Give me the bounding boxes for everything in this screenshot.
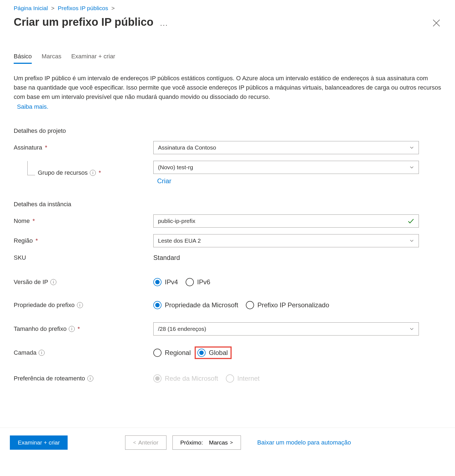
- breadcrumb: Página Inicial > Prefixos IP públicos >: [0, 0, 455, 14]
- section-project-details: Detalhes do projeto: [14, 127, 441, 134]
- info-icon[interactable]: i: [87, 375, 93, 382]
- region-dropdown[interactable]: Leste dos EUA 2: [153, 234, 419, 247]
- info-icon[interactable]: i: [90, 170, 96, 176]
- chevron-right-icon: >: [111, 5, 115, 11]
- sku-value: Standard: [153, 254, 419, 262]
- label-sku: SKU: [14, 254, 153, 261]
- label-routing-preference: Preferência de roteamento i: [14, 375, 153, 382]
- chevron-down-icon: [409, 326, 415, 332]
- close-icon[interactable]: [431, 18, 441, 28]
- radio-microsoft-owned[interactable]: Propriedade da Microsoft: [153, 301, 238, 309]
- radio-regional[interactable]: Regional: [153, 349, 191, 357]
- label-region: Região*: [14, 237, 153, 244]
- prefix-size-dropdown[interactable]: /28 (16 endereços): [153, 322, 419, 336]
- name-input[interactable]: public-ip-prefix: [153, 214, 419, 228]
- breadcrumb-parent[interactable]: Prefixos IP públicos: [58, 5, 108, 11]
- intro-text: Um prefixo IP público é um intervalo de …: [14, 74, 441, 111]
- label-prefix-ownership: Propriedade do prefixo i: [14, 302, 153, 309]
- info-icon[interactable]: i: [69, 326, 75, 332]
- routing-preference-radio-group: Rede da Microsoft Internet: [153, 374, 419, 383]
- chevron-down-icon: [409, 145, 415, 151]
- label-tier: Camada i: [14, 349, 153, 356]
- tab-tags[interactable]: Marcas: [42, 53, 61, 64]
- ip-version-radio-group: IPv4 IPv6: [153, 278, 419, 286]
- chevron-right-icon: >: [230, 440, 233, 446]
- info-icon[interactable]: i: [50, 279, 56, 285]
- label-prefix-size: Tamanho do prefixo i*: [14, 325, 153, 332]
- info-icon[interactable]: i: [77, 302, 83, 308]
- chevron-left-icon: <: [133, 440, 136, 446]
- section-instance-details: Detalhes da instância: [14, 201, 441, 208]
- footer: Examinar + criar < Anterior Próximo: Mar…: [0, 428, 455, 457]
- tier-radio-group: Regional Global: [153, 346, 419, 359]
- learn-more-link[interactable]: Saiba mais.: [17, 102, 48, 111]
- tab-review-create[interactable]: Examinar + criar: [71, 53, 115, 64]
- chevron-right-icon: >: [51, 5, 54, 11]
- breadcrumb-home[interactable]: Página Inicial: [14, 5, 48, 11]
- label-ip-version: Versão de IP i: [14, 279, 153, 286]
- checkmark-icon: [407, 217, 415, 225]
- info-icon[interactable]: i: [39, 350, 45, 356]
- radio-ipv4[interactable]: IPv4: [153, 278, 178, 286]
- label-name: Nome*: [14, 217, 153, 225]
- radio-global[interactable]: Global: [197, 349, 228, 357]
- previous-button: < Anterior: [125, 435, 166, 450]
- resource-group-dropdown[interactable]: (Novo) test-rg: [153, 161, 419, 174]
- label-resource-group: Grupo de recursos i*: [14, 169, 153, 176]
- radio-custom-prefix[interactable]: Prefixo IP Personalizado: [246, 301, 329, 309]
- tab-basic[interactable]: Básico: [14, 53, 32, 64]
- page-header: Criar um prefixo IP público ...: [0, 14, 455, 34]
- label-subscription: Assinatura*: [14, 144, 153, 151]
- page-title: Criar um prefixo IP público: [14, 16, 153, 28]
- chevron-down-icon: [409, 164, 415, 170]
- subscription-dropdown[interactable]: Assinatura da Contoso: [153, 141, 419, 154]
- tabs: Básico Marcas Examinar + criar: [14, 53, 441, 64]
- create-new-rg-link[interactable]: Criar: [157, 177, 419, 185]
- review-create-button[interactable]: Examinar + criar: [10, 435, 68, 450]
- download-template-link[interactable]: Baixar um modelo para automação: [257, 439, 351, 446]
- next-button[interactable]: Próximo: Marcas >: [172, 435, 241, 450]
- chevron-down-icon: [409, 238, 415, 244]
- prefix-ownership-radio-group: Propriedade da Microsoft Prefixo IP Pers…: [153, 301, 419, 309]
- highlighted-global-option: Global: [195, 346, 232, 359]
- radio-microsoft-network: Rede da Microsoft: [153, 374, 218, 383]
- radio-internet: Internet: [226, 374, 260, 383]
- radio-ipv6[interactable]: IPv6: [186, 278, 210, 286]
- more-button[interactable]: ...: [160, 17, 168, 28]
